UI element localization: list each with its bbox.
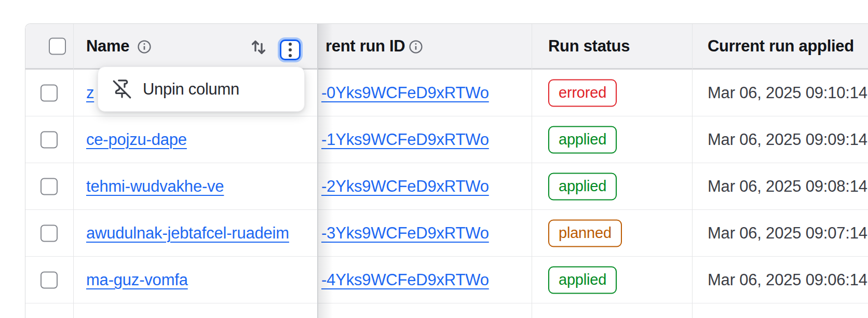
unpin-icon (112, 79, 132, 100)
unpin-column-menu-item[interactable]: Unpin column (98, 67, 304, 111)
name-info-icon[interactable] (137, 39, 152, 55)
run-id-link[interactable]: -2Yks9WCFeD9xRTWo (321, 177, 489, 196)
run-id-info-icon[interactable] (408, 39, 424, 55)
workspace-name-link[interactable]: awudulnak-jebtafcel-ruadeim (86, 224, 289, 243)
workspace-name-link[interactable]: z (86, 84, 94, 102)
workspace-name-link[interactable]: ce-pojzu-dape (86, 130, 187, 149)
run-id-link[interactable]: -4Yks9WCFeD9xRTWo (321, 271, 489, 289)
column-header-run-status: Run status (548, 37, 630, 56)
status-badge: applied (548, 173, 617, 200)
unpin-column-label: Unpin column (143, 80, 239, 99)
row-checkbox[interactable] (40, 84, 58, 101)
applied-timestamp: Mar 06, 2025 09:07:14 (708, 224, 867, 243)
status-badge: applied (548, 266, 617, 294)
row-checkbox[interactable] (40, 224, 58, 242)
table-row: awudulnak-jebtafcel-ruadeim -3Yks9WCFeD9… (25, 210, 868, 257)
column-header-current-run-applied: Current run applied (708, 37, 854, 56)
status-badge: planned (548, 219, 622, 247)
column-divider (692, 24, 693, 318)
status-badge: applied (548, 126, 617, 153)
applied-timestamp: Mar 06, 2025 09:09:14 (708, 130, 867, 149)
table-row: ma-guz-vomfa -4Yks9WCFeD9xRTWo applied M… (25, 257, 868, 303)
select-all-checkbox[interactable] (49, 37, 66, 55)
column-menu-dropdown: Unpin column (98, 67, 305, 112)
row-checkbox[interactable] (40, 178, 58, 195)
pinned-column-edge (317, 24, 318, 318)
column-divider (73, 24, 74, 318)
table-header-row: Name rent run ID (25, 24, 868, 70)
workspace-name-link[interactable]: tehmi-wudvakhe-ve (86, 177, 224, 196)
column-header-run-id: rent run ID (326, 37, 405, 56)
table-row: tehmi-wudvakhe-ve -2Yks9WCFeD9xRTWo appl… (25, 163, 868, 210)
status-badge: errored (548, 79, 617, 107)
applied-timestamp: Mar 06, 2025 09:06:14 (708, 271, 867, 289)
run-id-link[interactable]: -3Yks9WCFeD9xRTWo (321, 224, 489, 243)
applied-timestamp: Mar 06, 2025 09:08:14 (708, 177, 867, 196)
sort-icon[interactable] (249, 37, 268, 57)
workspace-name-link[interactable]: ma-guz-vomfa (86, 271, 188, 289)
column-options-kebab-button[interactable] (280, 39, 301, 60)
run-id-link[interactable]: -0Yks9WCFeD9xRTWo (321, 84, 489, 102)
column-header-name: Name (86, 37, 129, 56)
table-row: ce-pojzu-dape -1Yks9WCFeD9xRTWo applied … (25, 116, 868, 163)
column-divider (532, 24, 532, 318)
row-checkbox[interactable] (40, 131, 58, 148)
applied-timestamp: Mar 06, 2025 09:10:14 a (708, 84, 868, 102)
row-checkbox[interactable] (40, 271, 58, 288)
run-id-link[interactable]: -1Yks9WCFeD9xRTWo (321, 130, 489, 149)
